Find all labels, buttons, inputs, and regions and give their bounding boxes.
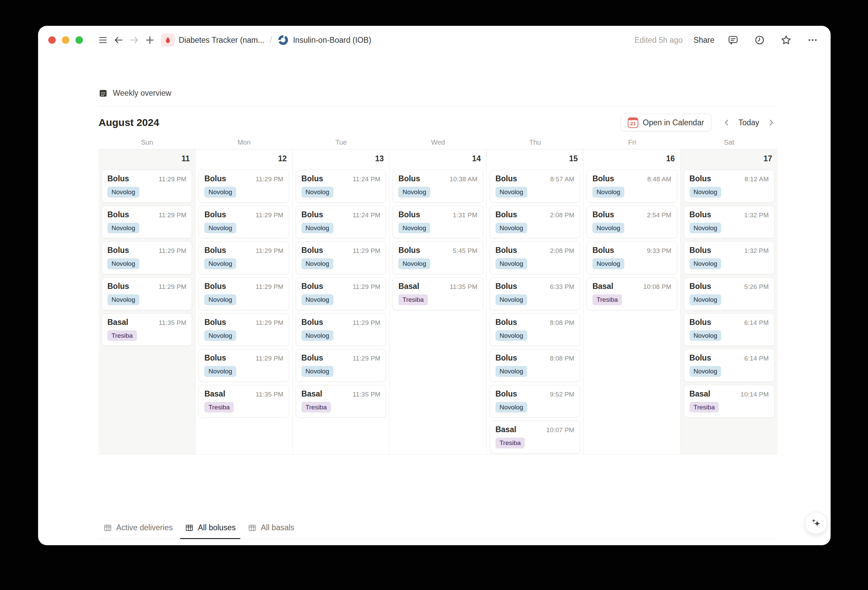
- day-cell-13[interactable]: 13Bolus11:24 PMNovologBolus11:24 PMNovol…: [292, 149, 390, 454]
- event-card[interactable]: Basal10:08 PMTresiba: [587, 277, 677, 310]
- chevron-right-icon[interactable]: [765, 116, 778, 129]
- event-card[interactable]: Basal11:35 PMTresiba: [102, 313, 192, 346]
- insulin-tag: Novolog: [301, 258, 334, 269]
- event-title: Bolus: [689, 318, 712, 327]
- event-time: 11:29 PM: [159, 283, 187, 291]
- insulin-tag: Novolog: [108, 294, 139, 305]
- event-card[interactable]: Basal10:07 PMTresiba: [490, 421, 580, 453]
- insulin-tag: Novolog: [689, 330, 722, 341]
- event-card[interactable]: Basal11:35 PMTresiba: [296, 385, 386, 418]
- event-card[interactable]: Bolus11:29 PMNovolog: [102, 206, 192, 238]
- open-in-calendar-button[interactable]: 21 Open in Calendar: [621, 114, 711, 131]
- chevron-left-icon[interactable]: [720, 116, 733, 129]
- favorite-star-icon[interactable]: [778, 32, 794, 48]
- event-card[interactable]: Basal11:35 PMTresiba: [198, 385, 289, 418]
- insulin-tag: Tresiba: [496, 438, 525, 449]
- month-title: August 2024: [99, 117, 159, 128]
- ai-sparkle-button[interactable]: [805, 512, 827, 534]
- tab-all-basals[interactable]: All basals: [243, 518, 299, 539]
- event-card[interactable]: Bolus11:29 PMNovolog: [198, 277, 289, 310]
- event-card[interactable]: Bolus8:57 AMNovolog: [490, 170, 580, 203]
- tab-all-boluses[interactable]: All boluses: [180, 518, 240, 539]
- breadcrumb-item-diabetes-tracker[interactable]: Diabetes Tracker (nam...: [161, 33, 264, 47]
- tab-active-deliveries[interactable]: Active deliveries: [99, 518, 177, 539]
- event-card[interactable]: Bolus2:08 PMNovolog: [490, 241, 580, 274]
- history-clock-icon[interactable]: [752, 32, 768, 48]
- header-divider: [99, 106, 778, 106]
- event-card[interactable]: Bolus6:33 PMNovolog: [490, 277, 580, 310]
- event-card[interactable]: Bolus11:24 PMNovolog: [296, 170, 386, 203]
- event-card[interactable]: Bolus1:31 PMNovolog: [393, 206, 483, 238]
- event-card[interactable]: Bolus9:52 PMNovolog: [490, 385, 580, 418]
- menu-icon[interactable]: [95, 32, 111, 48]
- day-cell-12[interactable]: 12Bolus11:29 PMNovologBolus11:29 PMNovol…: [195, 149, 292, 454]
- share-button[interactable]: Share: [694, 36, 714, 45]
- event-title: Bolus: [496, 353, 517, 363]
- breadcrumb-separator: /: [269, 36, 273, 45]
- event-card[interactable]: Bolus11:29 PMNovolog: [198, 241, 289, 274]
- insulin-tag: Novolog: [496, 223, 527, 234]
- event-title: Bolus: [496, 246, 517, 255]
- event-card[interactable]: Bolus11:24 PMNovolog: [296, 206, 386, 238]
- close-window-button[interactable]: [48, 36, 56, 44]
- event-card[interactable]: Bolus11:29 PMNovolog: [296, 313, 386, 346]
- event-card[interactable]: Bolus10:38 AMNovolog: [393, 170, 483, 203]
- breadcrumb: Diabetes Tracker (nam... / Insulin-on-Bo…: [161, 33, 371, 47]
- event-card[interactable]: Bolus5:45 PMNovolog: [393, 241, 483, 274]
- event-title: Bolus: [689, 246, 712, 255]
- event-card[interactable]: Bolus6:14 PMNovolog: [684, 313, 775, 346]
- event-card[interactable]: Bolus8:12 AMNovolog: [684, 170, 775, 203]
- event-card[interactable]: Bolus9:33 PMNovolog: [587, 241, 677, 274]
- event-card[interactable]: Bolus11:29 PMNovolog: [296, 349, 386, 382]
- event-header: Bolus1:31 PM: [398, 210, 477, 219]
- day-cell-17[interactable]: 17Bolus8:12 AMNovologBolus1:32 PMNovolog…: [681, 149, 778, 454]
- view-title[interactable]: Weekly overview: [113, 88, 171, 98]
- day-cell-15[interactable]: 15Bolus8:57 AMNovologBolus2:08 PMNovolog…: [487, 149, 583, 454]
- event-card[interactable]: Bolus1:32 PMNovolog: [684, 241, 775, 274]
- event-header: Bolus2:08 PM: [496, 246, 574, 255]
- today-button[interactable]: Today: [736, 118, 762, 127]
- event-card[interactable]: Bolus11:29 PMNovolog: [198, 206, 289, 238]
- event-time: 2:54 PM: [647, 212, 671, 219]
- event-card[interactable]: Bolus8:08 PMNovolog: [490, 349, 580, 382]
- event-card[interactable]: Bolus8:08 PMNovolog: [490, 313, 580, 346]
- event-card[interactable]: Bolus11:29 PMNovolog: [198, 313, 289, 346]
- back-arrow-icon[interactable]: [111, 32, 126, 48]
- event-card[interactable]: Bolus11:29 PMNovolog: [296, 241, 386, 274]
- event-time: 11:29 PM: [353, 283, 381, 291]
- day-cell-16[interactable]: 16Bolus8:48 AMNovologBolus2:54 PMNovolog…: [583, 149, 681, 454]
- event-card[interactable]: Basal10:14 PMTresiba: [684, 385, 775, 418]
- insulin-tag: Novolog: [689, 294, 722, 305]
- event-card[interactable]: Bolus6:14 PMNovolog: [684, 349, 775, 382]
- insulin-tag: Novolog: [108, 223, 139, 234]
- event-title: Bolus: [108, 210, 129, 219]
- more-options-icon[interactable]: [805, 32, 821, 48]
- day-cell-11[interactable]: 11Bolus11:29 PMNovologBolus11:29 PMNovol…: [99, 149, 195, 454]
- event-card[interactable]: Bolus1:32 PMNovolog: [684, 206, 775, 238]
- event-card[interactable]: Bolus8:48 AMNovolog: [587, 170, 677, 203]
- event-card[interactable]: Bolus2:54 PMNovolog: [587, 206, 677, 238]
- event-card[interactable]: Bolus11:29 PMNovolog: [102, 170, 192, 203]
- new-page-icon[interactable]: [142, 32, 158, 48]
- event-title: Bolus: [592, 210, 614, 219]
- event-card[interactable]: Bolus11:29 PMNovolog: [102, 241, 192, 274]
- event-card[interactable]: Bolus11:29 PMNovolog: [198, 170, 289, 203]
- comments-icon[interactable]: [725, 32, 741, 48]
- tab-label: All basals: [261, 523, 294, 532]
- window-toolbar: Diabetes Tracker (nam... / Insulin-on-Bo…: [38, 26, 831, 54]
- day-cell-14[interactable]: 14Bolus10:38 AMNovologBolus1:31 PMNovolo…: [390, 149, 486, 454]
- event-time: 11:29 PM: [159, 175, 187, 183]
- breadcrumb-item-iob[interactable]: Insulin-on-Board (IOB): [278, 34, 371, 46]
- event-list: Bolus11:29 PMNovologBolus11:29 PMNovolog…: [195, 170, 292, 418]
- event-card[interactable]: Bolus11:29 PMNovolog: [296, 277, 386, 310]
- event-card[interactable]: Bolus11:29 PMNovolog: [102, 277, 192, 310]
- event-header: Basal11:35 PM: [301, 389, 380, 399]
- event-card[interactable]: Bolus5:26 PMNovolog: [684, 277, 775, 310]
- event-header: Bolus8:08 PM: [496, 353, 574, 363]
- forward-arrow-icon[interactable]: [126, 32, 142, 48]
- event-card[interactable]: Bolus11:29 PMNovolog: [198, 349, 289, 382]
- zoom-window-button[interactable]: [75, 36, 83, 44]
- event-card[interactable]: Basal11:35 PMTresiba: [393, 277, 483, 310]
- event-card[interactable]: Bolus2:08 PMNovolog: [490, 206, 580, 238]
- minimize-window-button[interactable]: [62, 36, 69, 44]
